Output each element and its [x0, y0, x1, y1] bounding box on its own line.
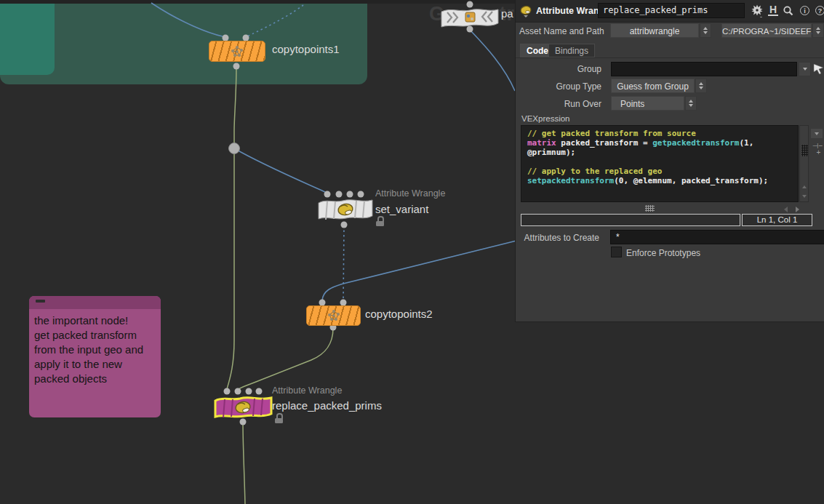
houdini-help-icon[interactable]: H [768, 4, 778, 16]
gear-icon[interactable] [751, 4, 764, 17]
group-type-value[interactable]: Guess from Group [611, 79, 695, 93]
node-copytopoints2[interactable] [306, 305, 361, 326]
wire-input1-copytopoints1 [151, 3, 223, 36]
group-type-select[interactable]: Guess from Group [611, 79, 707, 93]
wrangle-node-type-icon[interactable] [519, 4, 532, 17]
attributes-to-create-input[interactable]: * [610, 230, 824, 244]
tab-divider [516, 57, 824, 58]
editor-resize-icon[interactable]: ⊣− + [811, 143, 824, 157]
panel-header: Attribute Wrangle replace_packed_prims H… [516, 0, 824, 23]
group-dropdown-button[interactable] [799, 62, 811, 76]
wire-dot-to-setvariant [234, 148, 325, 192]
lock-icon [376, 216, 384, 226]
wire-packed-down [470, 30, 515, 91]
status-field[interactable] [521, 214, 740, 226]
wire-input2-copytopoints1 [247, 5, 303, 36]
hscroll-right-arrow[interactable] [793, 206, 801, 212]
hscroll-left-arrow[interactable] [782, 206, 789, 212]
node-type-label: Attribute Wrangle [375, 188, 445, 199]
node-replace-packed-prims[interactable] [212, 393, 275, 425]
wire-setvariant-to-copytopoints2 [343, 225, 344, 300]
packed-icon [465, 12, 475, 22]
search-icon[interactable] [783, 5, 796, 18]
info-icon[interactable]: i [800, 6, 809, 15]
node-label-copytopoints1[interactable]: copytopoints1 [272, 43, 340, 55]
vex-code-editor[interactable]: // get packed transform from sourcematri… [521, 125, 799, 202]
node-label-packed[interactable]: pa [501, 7, 513, 20]
sticky-note-text: the important node!get packed transformf… [34, 313, 156, 386]
wire-copytopoints1-to-replace [227, 66, 236, 389]
scroll-down-button[interactable] [800, 193, 809, 200]
vex-scrollbar[interactable] [799, 125, 809, 202]
sticky-note[interactable]: the important node!get packed transformf… [29, 296, 161, 417]
run-over-value[interactable]: Points [611, 96, 684, 111]
node-name-input[interactable]: replace_packed_prims [598, 3, 745, 18]
chevron-down-icon [803, 68, 807, 71]
editor-menu-button[interactable] [810, 128, 823, 139]
node-label-copytopoints2[interactable]: copytopoints2 [365, 308, 433, 320]
sticky-minimize-icon[interactable] [36, 300, 45, 303]
copytopoints-icon [230, 44, 244, 59]
group-type-spinner[interactable] [695, 79, 707, 93]
node-label-set-variant[interactable]: set_variant [375, 203, 428, 215]
wire-copytopoints2-to-replace [238, 328, 333, 390]
vex-code: // get packed transform from sourcematri… [527, 129, 798, 185]
run-over-select[interactable]: Points [611, 96, 697, 111]
run-over-label: Run Over [516, 99, 601, 109]
node-set-variant[interactable] [316, 196, 375, 226]
sticky-note-header[interactable] [29, 296, 161, 309]
enforce-prototypes-label: Enforce Prototypes [626, 248, 700, 258]
wire-replace-output [243, 423, 245, 504]
group-type-label: Group Type [516, 81, 601, 92]
asset-type-select[interactable]: attribwrangle [610, 23, 711, 38]
parameter-panel: Attribute Wrangle replace_packed_prims H… [515, 0, 824, 322]
asset-path-spinner[interactable] [812, 23, 824, 38]
connector-dot[interactable] [233, 63, 240, 70]
enforce-prototypes-checkbox[interactable] [611, 247, 622, 257]
lock-icon [275, 413, 283, 423]
attributes-to-create-label: Attributes to Create [516, 233, 599, 243]
node-type-label: Attribute Wrangle [272, 385, 342, 396]
vexpression-label: VEXpression [521, 114, 569, 123]
asset-type-spinner[interactable] [700, 23, 711, 38]
hscroll-grip-icon[interactable] [645, 205, 655, 212]
asset-path-value[interactable]: C:/PROGRA~1/SIDEEF… [721, 23, 812, 38]
wire-panelside-to-copytopoints2 [322, 241, 516, 300]
node-packed[interactable] [439, 6, 500, 31]
tab-bindings[interactable]: Bindings [548, 44, 595, 57]
group-label: Group [516, 64, 601, 74]
asset-type-value[interactable]: attribwrangle [610, 23, 699, 38]
asset-path-select[interactable]: C:/PROGRA~1/SIDEEF… [721, 23, 824, 38]
scroll-up-button[interactable] [800, 183, 809, 191]
run-over-spinner[interactable] [685, 96, 697, 111]
node-label-replace-packed-prims[interactable]: replace_packed_prims [272, 399, 382, 412]
cursor-position-label: Ln 1, Col 1 [742, 214, 812, 226]
asset-name-path-label: Asset Name and Path [519, 26, 604, 36]
help-icon[interactable]: ? [815, 6, 824, 15]
houdini-window: Geometry pa [0, 0, 824, 504]
network-dot [229, 143, 240, 154]
group-input[interactable] [611, 62, 797, 76]
node-copytopoints1[interactable] [209, 41, 265, 62]
select-arrow-icon[interactable] [813, 62, 824, 75]
copytopoints-icon [327, 308, 341, 323]
scrollbar-grip-icon[interactable] [801, 145, 808, 156]
